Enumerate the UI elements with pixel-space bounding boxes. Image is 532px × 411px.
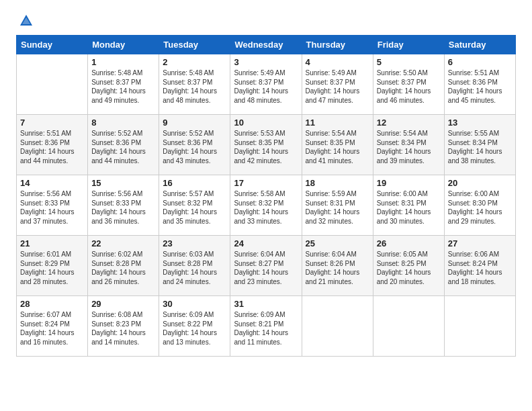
day-number: 23 (163, 238, 226, 248)
day-number: 4 (306, 57, 369, 67)
day-number: 28 (20, 299, 84, 309)
calendar-day-cell: 18Sunrise: 5:59 AM Sunset: 8:31 PM Dayli… (302, 175, 373, 236)
day-number: 24 (234, 238, 298, 248)
calendar-day-cell (17, 54, 88, 115)
day-number: 3 (234, 57, 298, 67)
calendar-day-cell: 3Sunrise: 5:49 AM Sunset: 8:37 PM Daylig… (230, 54, 302, 115)
calendar-day-cell (373, 296, 444, 357)
day-info: Sunrise: 6:06 AM Sunset: 8:24 PM Dayligh… (448, 250, 512, 286)
day-number: 30 (163, 299, 226, 309)
calendar-week-row: 21Sunrise: 6:01 AM Sunset: 8:29 PM Dayli… (17, 236, 516, 296)
calendar-day-cell: 12Sunrise: 5:54 AM Sunset: 8:34 PM Dayli… (373, 115, 444, 175)
calendar-header-day: Monday (88, 36, 159, 54)
day-number: 17 (234, 178, 298, 188)
day-number: 21 (20, 238, 84, 248)
day-info: Sunrise: 5:56 AM Sunset: 8:33 PM Dayligh… (20, 189, 84, 226)
day-number: 20 (448, 178, 512, 188)
calendar-day-cell: 6Sunrise: 5:51 AM Sunset: 8:36 PM Daylig… (444, 54, 515, 115)
day-number: 6 (448, 57, 512, 67)
day-info: Sunrise: 5:51 AM Sunset: 8:36 PM Dayligh… (448, 68, 512, 105)
calendar-day-cell: 26Sunrise: 6:05 AM Sunset: 8:25 PM Dayli… (373, 236, 444, 296)
calendar-header-day: Friday (373, 36, 444, 54)
calendar-day-cell: 10Sunrise: 5:53 AM Sunset: 8:35 PM Dayli… (230, 115, 302, 175)
day-info: Sunrise: 6:02 AM Sunset: 8:28 PM Dayligh… (91, 250, 155, 286)
day-info: Sunrise: 5:49 AM Sunset: 8:37 PM Dayligh… (306, 68, 369, 105)
calendar-day-cell: 8Sunrise: 5:52 AM Sunset: 8:36 PM Daylig… (88, 115, 159, 175)
day-info: Sunrise: 5:57 AM Sunset: 8:32 PM Dayligh… (163, 189, 226, 226)
calendar-day-cell: 4Sunrise: 5:49 AM Sunset: 8:37 PM Daylig… (302, 54, 373, 115)
header (16, 13, 516, 28)
calendar-week-row: 28Sunrise: 6:07 AM Sunset: 8:24 PM Dayli… (17, 296, 516, 357)
day-number: 7 (20, 118, 84, 128)
day-info: Sunrise: 6:07 AM Sunset: 8:24 PM Dayligh… (20, 310, 84, 347)
calendar-day-cell: 20Sunrise: 6:00 AM Sunset: 8:30 PM Dayli… (444, 175, 515, 236)
calendar-day-cell: 25Sunrise: 6:04 AM Sunset: 8:26 PM Dayli… (302, 236, 373, 296)
day-number: 11 (306, 118, 369, 128)
calendar-day-cell: 11Sunrise: 5:54 AM Sunset: 8:35 PM Dayli… (302, 115, 373, 175)
day-info: Sunrise: 5:52 AM Sunset: 8:36 PM Dayligh… (91, 129, 155, 165)
day-info: Sunrise: 6:03 AM Sunset: 8:28 PM Dayligh… (163, 250, 226, 286)
day-number: 18 (306, 178, 369, 188)
calendar-day-cell: 17Sunrise: 5:58 AM Sunset: 8:32 PM Dayli… (230, 175, 302, 236)
day-info: Sunrise: 5:54 AM Sunset: 8:35 PM Dayligh… (306, 129, 369, 165)
day-number: 2 (163, 57, 226, 67)
calendar-day-cell: 9Sunrise: 5:52 AM Sunset: 8:36 PM Daylig… (159, 115, 230, 175)
calendar-day-cell: 31Sunrise: 6:09 AM Sunset: 8:21 PM Dayli… (230, 296, 302, 357)
calendar-day-cell: 2Sunrise: 5:48 AM Sunset: 8:37 PM Daylig… (159, 54, 230, 115)
day-info: Sunrise: 6:01 AM Sunset: 8:29 PM Dayligh… (20, 250, 84, 286)
calendar-day-cell: 15Sunrise: 5:56 AM Sunset: 8:33 PM Dayli… (88, 175, 159, 236)
calendar-day-cell: 27Sunrise: 6:06 AM Sunset: 8:24 PM Dayli… (444, 236, 515, 296)
day-number: 29 (91, 299, 155, 309)
calendar-day-cell: 30Sunrise: 6:09 AM Sunset: 8:22 PM Dayli… (159, 296, 230, 357)
calendar-day-cell: 1Sunrise: 5:48 AM Sunset: 8:37 PM Daylig… (88, 54, 159, 115)
calendar-header-row: SundayMondayTuesdayWednesdayThursdayFrid… (17, 36, 516, 54)
day-info: Sunrise: 5:48 AM Sunset: 8:37 PM Dayligh… (163, 68, 226, 105)
day-info: Sunrise: 5:48 AM Sunset: 8:37 PM Dayligh… (91, 68, 155, 105)
logo-icon (19, 13, 34, 28)
day-info: Sunrise: 5:49 AM Sunset: 8:37 PM Dayligh… (234, 68, 298, 105)
day-number: 9 (163, 118, 226, 128)
day-info: Sunrise: 6:09 AM Sunset: 8:22 PM Dayligh… (163, 310, 226, 347)
day-info: Sunrise: 6:04 AM Sunset: 8:27 PM Dayligh… (234, 250, 298, 286)
day-number: 31 (234, 299, 298, 309)
logo (16, 13, 34, 28)
day-number: 26 (377, 238, 441, 248)
calendar-week-row: 7Sunrise: 5:51 AM Sunset: 8:36 PM Daylig… (17, 115, 516, 175)
day-number: 15 (91, 178, 155, 188)
calendar-header-day: Wednesday (230, 36, 302, 54)
calendar-day-cell: 16Sunrise: 5:57 AM Sunset: 8:32 PM Dayli… (159, 175, 230, 236)
day-number: 5 (377, 57, 441, 67)
day-number: 16 (163, 178, 226, 188)
calendar-day-cell: 24Sunrise: 6:04 AM Sunset: 8:27 PM Dayli… (230, 236, 302, 296)
calendar-day-cell (444, 296, 515, 357)
day-info: Sunrise: 6:00 AM Sunset: 8:31 PM Dayligh… (377, 189, 441, 226)
day-number: 10 (234, 118, 298, 128)
day-info: Sunrise: 5:58 AM Sunset: 8:32 PM Dayligh… (234, 189, 298, 226)
day-info: Sunrise: 6:08 AM Sunset: 8:23 PM Dayligh… (91, 310, 155, 347)
day-info: Sunrise: 5:50 AM Sunset: 8:37 PM Dayligh… (377, 68, 441, 105)
day-number: 13 (448, 118, 512, 128)
calendar-day-cell: 14Sunrise: 5:56 AM Sunset: 8:33 PM Dayli… (17, 175, 88, 236)
day-number: 22 (91, 238, 155, 248)
day-number: 12 (377, 118, 441, 128)
calendar-table: SundayMondayTuesdayWednesdayThursdayFrid… (16, 35, 516, 357)
calendar-day-cell: 13Sunrise: 5:55 AM Sunset: 8:34 PM Dayli… (444, 115, 515, 175)
day-number: 1 (91, 57, 155, 67)
logo-area (16, 13, 34, 28)
calendar-day-cell: 21Sunrise: 6:01 AM Sunset: 8:29 PM Dayli… (17, 236, 88, 296)
day-info: Sunrise: 6:05 AM Sunset: 8:25 PM Dayligh… (377, 250, 441, 286)
day-info: Sunrise: 5:59 AM Sunset: 8:31 PM Dayligh… (306, 189, 369, 226)
calendar-header-day: Thursday (302, 36, 373, 54)
calendar-week-row: 1Sunrise: 5:48 AM Sunset: 8:37 PM Daylig… (17, 54, 516, 115)
day-info: Sunrise: 5:55 AM Sunset: 8:34 PM Dayligh… (448, 129, 512, 165)
day-info: Sunrise: 5:56 AM Sunset: 8:33 PM Dayligh… (91, 189, 155, 226)
day-number: 8 (91, 118, 155, 128)
calendar-header-day: Tuesday (159, 36, 230, 54)
day-info: Sunrise: 5:51 AM Sunset: 8:36 PM Dayligh… (20, 129, 84, 165)
day-number: 14 (20, 178, 84, 188)
calendar-day-cell: 5Sunrise: 5:50 AM Sunset: 8:37 PM Daylig… (373, 54, 444, 115)
calendar-week-row: 14Sunrise: 5:56 AM Sunset: 8:33 PM Dayli… (17, 175, 516, 236)
calendar-day-cell: 23Sunrise: 6:03 AM Sunset: 8:28 PM Dayli… (159, 236, 230, 296)
calendar-day-cell: 19Sunrise: 6:00 AM Sunset: 8:31 PM Dayli… (373, 175, 444, 236)
day-info: Sunrise: 6:09 AM Sunset: 8:21 PM Dayligh… (234, 310, 298, 347)
